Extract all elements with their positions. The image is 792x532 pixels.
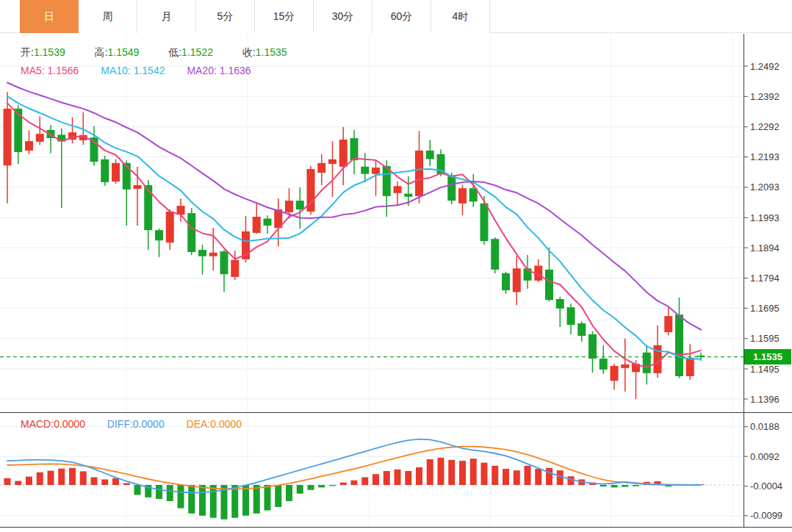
diff-value: 0.0000 — [133, 418, 165, 430]
ma-readout: MA5: 1.1566 MA10: 1.1542 MA20: 1.1636 — [21, 65, 270, 76]
macd-bar — [231, 485, 238, 518]
tab-60min[interactable]: 60分 — [372, 0, 431, 33]
macd-bar — [308, 485, 314, 490]
macd-bar — [384, 471, 390, 485]
macd-bar — [568, 476, 575, 485]
axis-label: 1.2492 — [750, 61, 780, 72]
axis-label: 1.1993 — [750, 212, 780, 223]
candle-body — [36, 134, 44, 142]
axis-label: 1.2093 — [750, 181, 780, 193]
candle-body — [567, 307, 575, 325]
candle-body — [600, 359, 608, 370]
macd-bar — [80, 471, 87, 485]
macd-bar — [15, 481, 21, 485]
tab-15min[interactable]: 15分 — [255, 0, 314, 33]
macd-bar — [286, 485, 292, 501]
macd-bar — [470, 459, 477, 485]
macd-label: MACD: — [21, 418, 54, 430]
macd-bar — [188, 485, 195, 514]
candle-body — [611, 366, 619, 381]
candle-body — [187, 213, 195, 252]
axis-label: 1.1794 — [750, 273, 780, 284]
macd-bar — [535, 469, 541, 485]
macd-bar — [156, 485, 162, 499]
candle-body — [545, 270, 553, 300]
tab-4hour[interactable]: 4时 — [431, 0, 490, 33]
macd-bar — [297, 485, 303, 494]
open-label: 开: — [21, 46, 34, 58]
macd-bar — [101, 479, 108, 485]
macd-bar — [372, 474, 379, 485]
axis-label: 1.1894 — [750, 242, 780, 254]
ma5-value: 1.1566 — [48, 65, 79, 76]
macd-bar — [242, 485, 249, 516]
candle-body — [686, 358, 694, 376]
candle-body — [415, 151, 423, 196]
candle-body — [264, 218, 272, 226]
candle-body — [231, 260, 239, 277]
candle-body — [361, 167, 369, 174]
axis-label: 0.0092 — [750, 451, 780, 462]
candle-body — [502, 273, 510, 290]
macd-bar — [4, 478, 11, 485]
ma20-value: 1.1636 — [220, 65, 251, 76]
ma20-label: MA20: — [187, 65, 216, 76]
macd-bar — [318, 485, 325, 487]
macd-bar — [546, 468, 552, 485]
axis-label: 1.1495 — [750, 364, 780, 375]
macd-bar — [448, 460, 455, 485]
axis-label: 1.2292 — [750, 121, 780, 132]
candle-body — [426, 151, 434, 159]
low-value: 1.1522 — [181, 46, 213, 58]
macd-bar — [37, 472, 43, 485]
macd-bar — [633, 485, 639, 486]
macd-bar — [622, 485, 628, 487]
macd-bar — [112, 478, 119, 485]
open-value: 1.1539 — [34, 46, 65, 58]
macd-bar — [264, 485, 271, 511]
macd-readout: MACD:0.0000 DIFF:0.0000 DEA:0.0000 — [21, 418, 261, 430]
diff-label: DIFF: — [107, 418, 133, 430]
dea-label: DEA: — [187, 418, 211, 430]
candle-body — [480, 204, 489, 241]
last-price-badge-text: 1.1535 — [753, 351, 782, 362]
macd-bar — [600, 485, 607, 486]
macd-bar — [91, 477, 98, 485]
candle-body — [25, 141, 33, 151]
candle-body — [447, 176, 456, 201]
candle-body — [675, 314, 683, 376]
candle-body — [134, 185, 142, 189]
macd-bar — [503, 469, 509, 485]
timeframe-tabs: 日周月5分15分30分60分4时 — [0, 0, 792, 33]
macd-bar — [405, 471, 411, 485]
ma10-label: MA10: — [101, 65, 130, 76]
candle-body — [144, 185, 152, 230]
macd-bar — [134, 485, 141, 495]
macd-bar — [275, 485, 281, 507]
candle-body — [317, 163, 325, 173]
candle-body — [4, 109, 12, 165]
tab-day[interactable]: 日 — [20, 0, 79, 33]
tab-week[interactable]: 周 — [79, 0, 137, 33]
candle-body — [101, 159, 109, 182]
axis-label: 1.1595 — [750, 333, 780, 344]
tab-5min[interactable]: 5分 — [196, 0, 255, 33]
line-series — [7, 83, 701, 330]
macd-bar — [395, 470, 401, 485]
ma5-label: MA5: — [21, 65, 45, 76]
macd-bar — [167, 485, 173, 501]
tab-30min[interactable]: 30分 — [314, 0, 372, 33]
macd-bar — [611, 485, 618, 487]
candle-body — [664, 316, 672, 332]
low-label: 低: — [168, 46, 181, 58]
chart-canvas[interactable]: 1.24921.23921.22921.21931.20931.19931.18… — [0, 0, 792, 532]
macd-bar — [361, 477, 368, 485]
macd-bar — [416, 467, 422, 485]
candle-body — [166, 212, 174, 242]
macd-value: 0.0000 — [54, 418, 85, 430]
axis-label: -0.0099 — [750, 510, 782, 521]
candle-body — [112, 163, 120, 181]
candle-body — [577, 323, 586, 336]
macd-bar — [340, 483, 347, 485]
tab-month[interactable]: 月 — [137, 0, 196, 33]
